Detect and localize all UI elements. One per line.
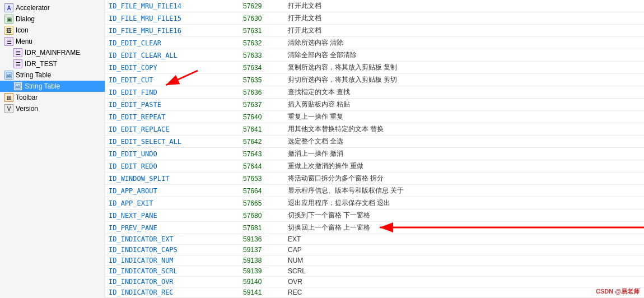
table-row[interactable]: ID_INDICATOR_NUM59138NUM	[105, 255, 644, 266]
sidebar-item-icon[interactable]: 🖼Icon	[0, 25, 105, 36]
cell-id: ID_INDICATOR_EXT	[105, 234, 240, 245]
table-row[interactable]: ID_EDIT_UNDO57643撤消上一操作 撤消	[105, 148, 644, 160]
cell-desc: 撤消上一操作 撤消	[284, 148, 644, 160]
cell-id: ID_INDICATOR_SCRL	[105, 266, 240, 277]
cell-desc: 剪切所选内容，将其放入剪贴板 剪切	[284, 74, 644, 86]
cell-id: ID_PREV_PANE	[105, 222, 240, 234]
table-row[interactable]: ID_INDICATOR_EXT59136EXT	[105, 234, 644, 245]
sidebar-item-string-table-child[interactable]: abString Table	[0, 81, 105, 92]
cell-id: ID_EDIT_REPLACE	[105, 123, 240, 136]
cell-id: ID_APP_EXIT	[105, 197, 240, 209]
cell-id: ID_INDICATOR_OVR	[105, 277, 240, 287]
cell-desc: 清除全部内容 全部清除	[284, 49, 644, 62]
table-row[interactable]: ID_EDIT_PASTE57637插入剪贴板内容 粘贴	[105, 99, 644, 111]
cell-desc: 打开此文档	[284, 12, 644, 25]
cell-desc: 查找指定的文本 查找	[284, 86, 644, 99]
cell-num: 57637	[240, 99, 284, 111]
sidebar-item-idr-test[interactable]: ☰IDR_TEST	[0, 58, 105, 69]
table-container[interactable]: ID_FILE_MRU_FILE1457629打开此文档ID_FILE_MRU_…	[105, 0, 644, 298]
cell-id: ID_WINDOW_SPLIT	[105, 173, 240, 185]
sidebar-label-idr-mainframe: IDR_MAINFRAME	[25, 49, 80, 57]
cell-id: ID_EDIT_COPY	[105, 62, 240, 74]
svg-text:ab: ab	[7, 73, 11, 77]
table-row[interactable]: ID_EDIT_SELECT_ALL57642选定整个文档 全选	[105, 136, 644, 148]
content-wrapper: ID_FILE_MRU_FILE1457629打开此文档ID_FILE_MRU_…	[105, 0, 644, 298]
table-row[interactable]: ID_FILE_MRU_FILE1557630打开此文档	[105, 12, 644, 25]
table-row[interactable]: ID_EDIT_FIND57636查找指定的文本 查找	[105, 86, 644, 99]
cell-id: ID_FILE_MRU_FILE16	[105, 25, 240, 37]
cell-desc: 切换回上一个窗格 上一窗格	[284, 222, 644, 234]
cell-num: 57636	[240, 86, 284, 99]
sidebar-item-idr-mainframe[interactable]: ☰IDR_MAINFRAME	[0, 47, 105, 58]
cell-desc: EXT	[284, 234, 644, 245]
table-row[interactable]: ID_EDIT_REPLACE57641用其他文本替换特定的文本 替换	[105, 123, 644, 136]
cell-num: 59141	[240, 287, 284, 298]
sidebar-item-menu[interactable]: ☰Menu	[0, 36, 105, 47]
sidebar-icon-version: V	[4, 104, 13, 113]
sidebar-item-version[interactable]: VVersion	[0, 103, 105, 114]
table-row[interactable]: ID_EDIT_CUT57635剪切所选内容，将其放入剪贴板 剪切	[105, 74, 644, 86]
table-row[interactable]: ID_PREV_PANE57681切换回上一个窗格 上一窗格	[105, 222, 644, 234]
sidebar-item-dialog[interactable]: ▣Dialog	[0, 13, 105, 25]
cell-num: 57643	[240, 148, 284, 160]
cell-num: 59138	[240, 255, 284, 266]
table-row[interactable]: ID_EDIT_CLEAR_ALL57633清除全部内容 全部清除	[105, 49, 644, 62]
cell-id: ID_FILE_MRU_FILE14	[105, 0, 240, 12]
cell-num: 57665	[240, 197, 284, 209]
cell-num: 57681	[240, 222, 284, 234]
cell-id: ID_EDIT_FIND	[105, 86, 240, 99]
cell-desc: NUM	[284, 255, 644, 266]
sidebar-icon-idr-mainframe: ☰	[13, 48, 22, 57]
cell-num: 57680	[240, 209, 284, 222]
table-row[interactable]: ID_FILE_MRU_FILE1657631打开此文档	[105, 25, 644, 37]
sidebar-label-toolbar: Toolbar	[16, 94, 38, 101]
sidebar-icon-string-table-child: ab	[13, 82, 22, 91]
table-row[interactable]: ID_INDICATOR_REC59141REC	[105, 287, 644, 298]
table-row[interactable]: ID_EDIT_REDO57644重做上次撤消的操作 重做	[105, 160, 644, 173]
string-table: ID_FILE_MRU_FILE1457629打开此文档ID_FILE_MRU_…	[105, 0, 644, 298]
cell-desc: 切换到下一个窗格 下一窗格	[284, 209, 644, 222]
cell-id: ID_APP_ABOUT	[105, 185, 240, 197]
cell-num: 57633	[240, 49, 284, 62]
cell-id: ID_EDIT_CLEAR_ALL	[105, 49, 240, 62]
cell-num: 57653	[240, 173, 284, 185]
table-row[interactable]: ID_APP_EXIT57665退出应用程序；提示保存文档 退出	[105, 197, 644, 209]
cell-num: 57629	[240, 0, 284, 12]
sidebar-item-toolbar[interactable]: ⊞Toolbar	[0, 92, 105, 103]
cell-desc: 重复上一操作 重复	[284, 111, 644, 123]
sidebar-label-icon: Icon	[16, 26, 29, 34]
sidebar-label-string-table-child: String Table	[25, 82, 60, 90]
table-row[interactable]: ID_WINDOW_SPLIT57653将活动窗口拆分为多个窗格 拆分	[105, 173, 644, 185]
sidebar-icon-menu: ☰	[4, 37, 13, 46]
table-row[interactable]: ID_FILE_MRU_FILE1457629打开此文档	[105, 0, 644, 12]
table-row[interactable]: ID_EDIT_CLEAR57632清除所选内容 清除	[105, 37, 644, 49]
sidebar-icon-accelerator: A	[4, 3, 13, 12]
cell-id: ID_INDICATOR_NUM	[105, 255, 240, 266]
cell-num: 57630	[240, 12, 284, 25]
table-row[interactable]: ID_INDICATOR_OVR59140OVR	[105, 277, 644, 287]
cell-id: ID_EDIT_CUT	[105, 74, 240, 86]
cell-num: 57631	[240, 25, 284, 37]
sidebar-icon-toolbar: ⊞	[4, 93, 13, 102]
table-row[interactable]: ID_EDIT_REPEAT57640重复上一操作 重复	[105, 111, 644, 123]
sidebar-item-accelerator[interactable]: AAccelerator	[0, 2, 105, 13]
cell-num: 59139	[240, 266, 284, 277]
table-row[interactable]: ID_INDICATOR_SCRL59139SCRL	[105, 266, 644, 277]
table-row[interactable]: ID_INDICATOR_CAPS59137CAP	[105, 245, 644, 255]
sidebar-icon-dialog: ▣	[4, 15, 13, 24]
sidebar-icon-idr-test: ☰	[13, 59, 22, 68]
cell-num: 57641	[240, 123, 284, 136]
sidebar-icon-icon: 🖼	[4, 26, 13, 35]
table-row[interactable]: ID_NEXT_PANE57680切换到下一个窗格 下一窗格	[105, 209, 644, 222]
cell-desc: 选定整个文档 全选	[284, 136, 644, 148]
table-row[interactable]: ID_EDIT_COPY57634复制所选内容，将其放入剪贴板 复制	[105, 62, 644, 74]
sidebar-label-menu: Menu	[16, 38, 32, 45]
cell-id: ID_INDICATOR_CAPS	[105, 245, 240, 255]
cell-num: 57642	[240, 136, 284, 148]
cell-id: ID_NEXT_PANE	[105, 209, 240, 222]
cell-id: ID_EDIT_REPEAT	[105, 111, 240, 123]
cell-desc: 复制所选内容，将其放入剪贴板 复制	[284, 62, 644, 74]
cell-desc: 显示程序信息、版本号和版权信息 关于	[284, 185, 644, 197]
table-row[interactable]: ID_APP_ABOUT57664显示程序信息、版本号和版权信息 关于	[105, 185, 644, 197]
sidebar-item-string-table[interactable]: abString Table	[0, 69, 105, 81]
